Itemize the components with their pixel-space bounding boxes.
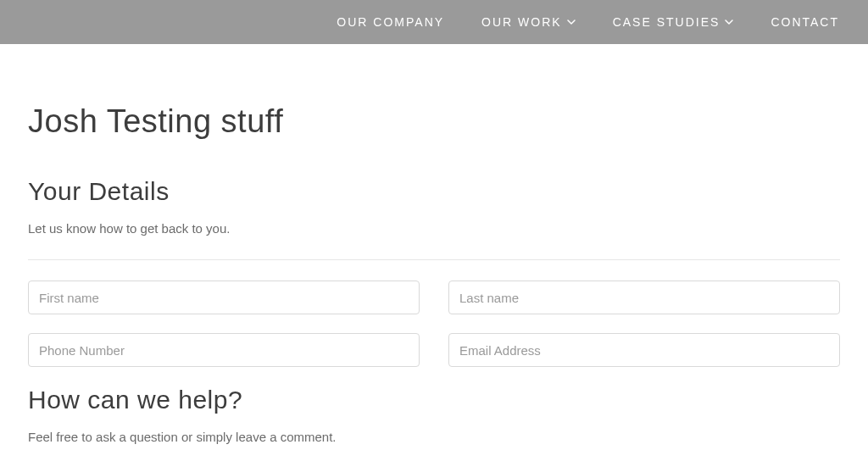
form-row-name — [28, 281, 840, 314]
divider — [28, 259, 840, 260]
last-name-input[interactable] — [448, 281, 840, 314]
section-help-subtitle: Feel free to ask a question or simply le… — [28, 430, 840, 444]
nav-label: OUR WORK — [481, 15, 562, 29]
email-input[interactable] — [448, 333, 840, 367]
section-your-details-subtitle: Let us know how to get back to you. — [28, 221, 840, 236]
nav-item-contact[interactable]: CONTACT — [771, 15, 839, 29]
nav-label: CONTACT — [771, 15, 839, 29]
chevron-down-icon — [567, 19, 576, 25]
nav-label: CASE STUDIES — [613, 15, 721, 29]
nav-label: OUR COMPANY — [337, 15, 444, 29]
top-navbar: OUR COMPANY OUR WORK CASE STUDIES CONTAC… — [0, 0, 868, 44]
form-row-contact — [28, 333, 840, 367]
nav-item-case-studies[interactable]: CASE STUDIES — [613, 15, 734, 29]
first-name-input[interactable] — [28, 281, 420, 314]
nav-item-our-work[interactable]: OUR WORK — [481, 15, 576, 29]
phone-input[interactable] — [28, 333, 420, 367]
page-title: Josh Testing stuff — [28, 103, 840, 140]
nav-item-our-company[interactable]: OUR COMPANY — [337, 15, 444, 29]
section-your-details-title: Your Details — [28, 177, 840, 206]
chevron-down-icon — [725, 19, 733, 25]
section-help-title: How can we help? — [28, 386, 840, 414]
main-content: Josh Testing stuff Your Details Let us k… — [0, 44, 868, 444]
